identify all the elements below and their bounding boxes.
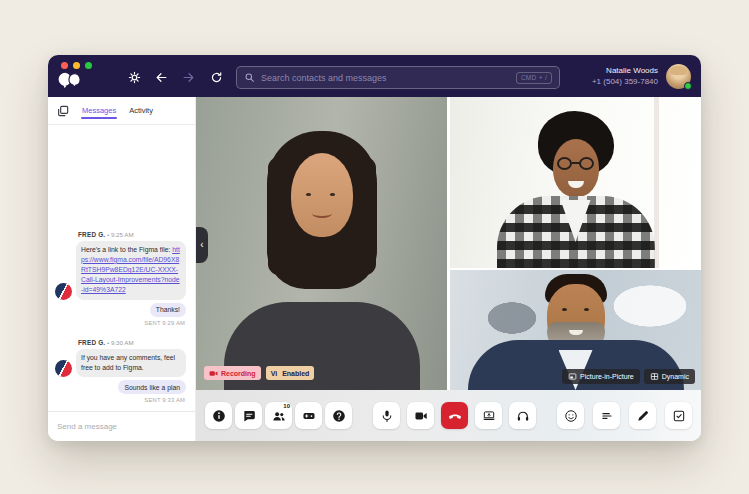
transcript-button[interactable]: [593, 402, 620, 429]
user-phone: +1 (504) 359-7840: [592, 77, 658, 88]
sender-name: FRED G.: [78, 339, 105, 346]
dialpad-logo-icon: [57, 72, 83, 89]
search-input[interactable]: [261, 73, 510, 83]
user-name: Natalie Woods: [592, 66, 658, 77]
chat-sidebar: Messages Activity FRED G. • 9:25 AM Here…: [48, 97, 196, 441]
sidebar-collapse-handle[interactable]: ‹: [196, 227, 208, 263]
picture-in-picture-button[interactable]: Picture-in-Picture: [562, 369, 640, 384]
maximize-window-button[interactable]: [85, 62, 92, 69]
video-tile-top-right: [450, 97, 701, 268]
info-button[interactable]: [205, 402, 232, 429]
recording-camera-icon: [209, 369, 218, 378]
recording-badge: Recording: [204, 366, 261, 380]
tab-activity[interactable]: Activity: [128, 99, 154, 122]
info-icon: [212, 409, 226, 423]
tasks-button[interactable]: [665, 402, 692, 429]
emoji-reactions-button[interactable]: [557, 402, 584, 429]
emoji-icon: [564, 409, 578, 423]
message-list: FRED G. • 9:25 AM Here's a link to the F…: [48, 125, 195, 411]
chat-icon: [242, 409, 256, 423]
message-bubble: If you have any comments, feel free to a…: [76, 349, 186, 377]
minimize-window-button[interactable]: [73, 62, 80, 69]
vi-enabled-badge: Vi Enabled: [266, 366, 315, 380]
pencil-icon: [636, 409, 650, 423]
back-arrow-icon[interactable]: [152, 68, 170, 86]
window-controls: [61, 62, 92, 69]
participants-icon: [272, 409, 286, 423]
video-grid: Recording Vi Enabled: [196, 97, 701, 390]
message-time: • 9:25 AM: [107, 231, 134, 238]
sender-avatar: [55, 360, 72, 377]
participants-count-badge: 10: [283, 403, 290, 409]
sidebar-tabs: Messages Activity: [48, 97, 195, 125]
video-tile-main: Recording Vi Enabled: [196, 97, 447, 390]
help-icon: [332, 409, 346, 423]
dynamic-layout-button[interactable]: Dynamic: [644, 369, 695, 384]
close-window-button[interactable]: [61, 62, 68, 69]
app-window: CMD + / Natalie Woods +1 (504) 359-7840: [48, 55, 701, 441]
forward-arrow-icon[interactable]: [179, 68, 197, 86]
hang-up-icon: [448, 409, 462, 423]
refresh-icon[interactable]: [207, 68, 225, 86]
search-icon: [244, 72, 255, 83]
checkbox-icon: [672, 409, 686, 423]
own-message-bubble: Thanks!: [150, 303, 186, 317]
headphones-icon: [516, 409, 530, 423]
message-row: If you have any comments, feel free to a…: [55, 349, 188, 377]
popout-icon[interactable]: [56, 104, 70, 118]
audio-device-button[interactable]: [509, 402, 536, 429]
chat-button[interactable]: [235, 402, 262, 429]
message-input[interactable]: [57, 422, 186, 431]
edit-notes-button[interactable]: [629, 402, 656, 429]
keypad-icon: [302, 409, 316, 423]
call-control-bar: 10: [196, 390, 701, 441]
own-message-bubble: Sounds like a plan: [118, 380, 186, 394]
search-shortcut-badge: CMD + /: [516, 72, 552, 84]
search-bar[interactable]: CMD + /: [236, 66, 560, 89]
message-header: FRED G. • 9:25 AM: [78, 231, 188, 238]
message-time: • 9:30 AM: [107, 339, 134, 346]
sender-avatar: [55, 283, 72, 300]
vi-logo: Vi: [271, 370, 278, 377]
call-content: Recording Vi Enabled: [196, 97, 701, 441]
pip-icon: [568, 372, 577, 381]
microphone-icon: [380, 409, 394, 423]
desktop-background: CMD + / Natalie Woods +1 (504) 359-7840: [0, 0, 749, 494]
sender-name: FRED G.: [78, 231, 105, 238]
sent-timestamp: SENT 9:33 AM: [144, 397, 185, 403]
user-avatar[interactable]: [666, 64, 691, 89]
keypad-button[interactable]: [295, 402, 322, 429]
camera-button[interactable]: [407, 402, 434, 429]
transcript-lines-icon: [600, 409, 614, 423]
screen-share-icon: [482, 409, 496, 423]
message-composer[interactable]: [48, 411, 195, 441]
grid-layout-icon: [650, 372, 659, 381]
settings-gear-icon[interactable]: [125, 68, 143, 86]
camera-icon: [414, 409, 428, 423]
microphone-button[interactable]: [373, 402, 400, 429]
help-button[interactable]: [325, 402, 352, 429]
screen-share-button[interactable]: [475, 402, 502, 429]
sent-timestamp: SENT 9:29 AM: [144, 320, 185, 326]
titlebar: CMD + / Natalie Woods +1 (504) 359-7840: [48, 55, 701, 97]
video-tile-bottom-right: Picture-in-Picture Dynamic: [450, 270, 701, 390]
participants-button[interactable]: 10: [265, 402, 292, 429]
message-bubble: Here's a link to the Figma file: https:/…: [76, 241, 186, 300]
tab-messages[interactable]: Messages: [81, 99, 117, 122]
collapse-chevron-icon: ‹: [200, 240, 203, 250]
user-menu[interactable]: Natalie Woods +1 (504) 359-7840: [592, 64, 691, 89]
message-header: FRED G. • 9:30 AM: [78, 339, 188, 346]
message-row: Here's a link to the Figma file: https:/…: [55, 241, 188, 300]
presence-dot: [684, 82, 692, 90]
hang-up-button[interactable]: [441, 402, 468, 429]
